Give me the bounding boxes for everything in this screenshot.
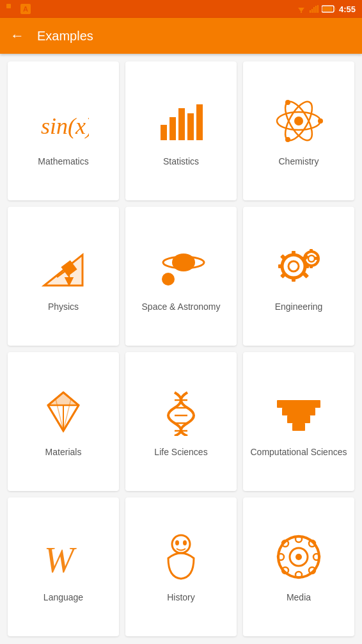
- chemistry-icon: [273, 95, 324, 147]
- svg-rect-12: [334, 8, 335, 10]
- computational-sciences-icon: [273, 386, 324, 437]
- svg-point-46: [308, 255, 315, 262]
- svg-rect-8: [313, 7, 315, 13]
- svg-rect-49: [302, 257, 306, 260]
- materials-icon: [38, 386, 89, 437]
- signal-icon: [310, 5, 319, 13]
- card-language[interactable]: W Language: [8, 497, 119, 636]
- svg-rect-17: [178, 108, 185, 140]
- card-computational-sciences[interactable]: Computational Sciences: [243, 352, 354, 491]
- svg-point-26: [285, 137, 290, 142]
- history-icon: [155, 531, 207, 583]
- space-astronomy-label: Space & Astronomy: [142, 301, 221, 312]
- card-media[interactable]: Media: [243, 497, 354, 636]
- svg-point-34: [162, 273, 175, 286]
- svg-rect-68: [282, 408, 315, 415]
- mathematics-icon: sin(x): [38, 95, 89, 147]
- svg-rect-16: [169, 117, 176, 140]
- mathematics-label: Mathematics: [38, 156, 88, 167]
- svg-point-24: [318, 118, 323, 124]
- computational-sciences-label: Computational Sciences: [251, 446, 347, 458]
- language-icon: W: [38, 531, 89, 583]
- physics-icon: [38, 241, 89, 292]
- card-history[interactable]: History: [125, 497, 237, 636]
- svg-rect-19: [196, 104, 203, 140]
- time-display: 4:55: [339, 4, 356, 14]
- card-statistics[interactable]: Statistics: [125, 61, 237, 200]
- svg-marker-4: [299, 10, 303, 12]
- space-astronomy-icon: [155, 241, 207, 292]
- svg-rect-39: [278, 264, 283, 268]
- svg-point-73: [183, 540, 187, 545]
- statistics-icon: [155, 95, 207, 147]
- status-bar-left: A: [6, 4, 31, 14]
- svg-rect-66: [292, 423, 305, 431]
- svg-rect-15: [161, 125, 167, 140]
- svg-point-20: [294, 117, 303, 125]
- svg-point-5: [301, 12, 302, 13]
- card-engineering[interactable]: Engineering: [243, 207, 354, 346]
- svg-line-56: [48, 405, 63, 431]
- card-mathematics[interactable]: sin(x) Mathematics: [8, 61, 119, 200]
- media-label: Media: [287, 592, 311, 603]
- svg-rect-38: [292, 277, 295, 282]
- svg-point-25: [285, 100, 290, 105]
- media-icon: [273, 531, 324, 583]
- svg-rect-7: [311, 9, 313, 13]
- svg-rect-47: [310, 249, 313, 253]
- card-life-sciences[interactable]: Life Sciences: [125, 352, 237, 491]
- engineering-icon: [273, 241, 324, 292]
- svg-rect-9: [315, 6, 317, 13]
- card-chemistry[interactable]: Chemistry: [243, 61, 354, 200]
- svg-rect-67: [287, 415, 310, 423]
- page-title: Examples: [37, 29, 93, 44]
- statistics-label: Statistics: [163, 156, 199, 167]
- svg-rect-10: [317, 5, 319, 13]
- life-sciences-icon: [155, 386, 207, 437]
- svg-point-72: [175, 540, 179, 545]
- svg-rect-50: [315, 257, 319, 260]
- wifi-icon: [296, 5, 306, 13]
- card-physics[interactable]: Physics: [8, 207, 119, 346]
- history-label: History: [167, 592, 195, 603]
- status-bar: A 4:55: [0, 0, 362, 18]
- svg-rect-0: [6, 4, 11, 8]
- battery-icon: [322, 5, 336, 13]
- engineering-label: Engineering: [275, 301, 323, 312]
- svg-text:sin(x): sin(x): [41, 113, 89, 139]
- svg-line-57: [63, 405, 79, 431]
- svg-text:W: W: [44, 540, 77, 580]
- svg-rect-18: [187, 113, 194, 140]
- card-grid: sin(x) Mathematics Statistics: [0, 54, 362, 644]
- svg-rect-69: [277, 400, 320, 408]
- chemistry-label: Chemistry: [278, 156, 319, 167]
- svg-point-36: [288, 261, 299, 271]
- physics-label: Physics: [48, 301, 79, 312]
- svg-point-76: [295, 554, 302, 560]
- life-sciences-label: Life Sciences: [154, 446, 207, 458]
- language-label: Language: [43, 592, 83, 603]
- svg-marker-52: [48, 392, 79, 405]
- top-bar: ← Examples: [0, 18, 362, 54]
- svg-rect-48: [310, 264, 313, 268]
- svg-text:A: A: [23, 5, 28, 13]
- svg-rect-6: [310, 10, 311, 13]
- svg-rect-13: [322, 7, 332, 12]
- materials-label: Materials: [45, 446, 82, 458]
- app-icon2: A: [20, 4, 31, 14]
- back-button[interactable]: ←: [10, 28, 24, 44]
- card-space-astronomy[interactable]: Space & Astronomy: [125, 207, 237, 346]
- card-materials[interactable]: Materials: [8, 352, 119, 491]
- svg-rect-37: [292, 251, 295, 256]
- app-icon: [6, 4, 17, 14]
- status-bar-right: 4:55: [296, 4, 356, 14]
